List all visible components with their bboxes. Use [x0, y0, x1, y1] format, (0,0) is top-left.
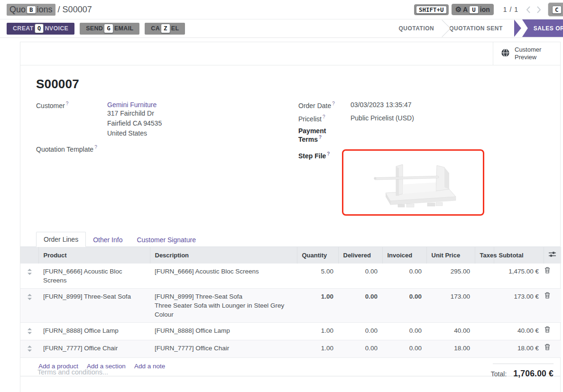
cell-invoiced[interactable]: 0.00: [382, 264, 426, 289]
delete-line-button[interactable]: [544, 323, 561, 340]
payment-terms-help-icon: ?: [319, 135, 322, 140]
order-line-row: [FURN_7777] Office Chair [FURN_7777] Off…: [20, 340, 561, 358]
cancel-button[interactable]: CAZEL: [145, 23, 185, 35]
column-header-quantity: Quantity: [297, 247, 338, 264]
cell-product[interactable]: [FURN_7777] Office Chair: [38, 340, 150, 358]
add-a-note-link[interactable]: Add a note: [134, 363, 165, 370]
cell-taxes[interactable]: [475, 264, 494, 289]
column-header-taxes: Taxes: [475, 247, 494, 264]
cell-product[interactable]: [FURN_8999] Three-Seat Sofa: [38, 289, 150, 323]
hint-pill-shift-u: SHIFT+U: [416, 6, 447, 14]
hidden-control-shift-u[interactable]: SHIFT+U: [414, 4, 449, 15]
cell-description[interactable]: [FURN_8999] Three-Seat Sofa Three Seater…: [150, 289, 297, 323]
breadcrumb-separator: /: [55, 5, 63, 15]
drag-handle[interactable]: [20, 289, 38, 323]
hint-pill-c: C: [552, 6, 562, 14]
column-header-delivered: Delivered: [338, 247, 382, 264]
hint-pill-b: B: [27, 6, 36, 14]
cell-quantity[interactable]: 1.00: [297, 289, 338, 323]
cell-delivered[interactable]: 0.00: [338, 264, 382, 289]
action-menu-pre: A: [463, 6, 468, 13]
cell-unit-price[interactable]: 295.00: [426, 264, 475, 289]
cell-description[interactable]: [FURN_7777] Office Chair: [150, 340, 297, 358]
order-line-row: [FURN_6666] Acoustic Bloc Screens [FURN_…: [20, 264, 561, 289]
cell-invoiced[interactable]: 0.00: [382, 323, 426, 340]
customer-address: 317 Fairchild Dr Fairfield CA 94535 Unit…: [107, 109, 162, 138]
customer-label-text: Customer: [36, 102, 65, 109]
cell-description[interactable]: [FURN_8888] Office Lamp: [150, 323, 297, 340]
tab-order-lines[interactable]: Order Lines: [36, 232, 86, 247]
tab-other-info[interactable]: Other Info: [86, 233, 129, 247]
cell-taxes[interactable]: [475, 289, 494, 323]
order-lines-table: Product Description Quantity Delivered I…: [20, 247, 561, 357]
cell-unit-price[interactable]: 173.00: [426, 289, 475, 323]
payment-terms-label-text: Payment Terms: [298, 127, 326, 143]
pager-previous-icon[interactable]: [526, 6, 530, 13]
send-email-pre: SEND: [86, 25, 103, 32]
cell-delivered[interactable]: 0.00: [338, 340, 382, 358]
address-line-3: United States: [107, 128, 162, 138]
cell-delivered[interactable]: 0.00: [338, 323, 382, 340]
delete-line-button[interactable]: [544, 340, 561, 358]
cell-quantity[interactable]: 5.00: [297, 264, 338, 289]
cell-unit-price[interactable]: 40.00: [426, 323, 475, 340]
breadcrumb-quotations-link[interactable]: QuoBions: [7, 4, 55, 16]
breadcrumb-record: S00007: [63, 5, 92, 15]
delete-line-button[interactable]: [544, 289, 561, 323]
customer-preview-button[interactable]: Customer Preview: [493, 42, 560, 65]
customer-link[interactable]: Gemini Furniture: [107, 101, 162, 109]
order-date-label-text: Order Date: [298, 102, 331, 109]
cell-quantity[interactable]: 1.00: [297, 340, 338, 358]
total-block: Total: 1,706.00 €: [473, 364, 554, 379]
control-panel-top: QuoBions / S00007 SHIFT+U ⚙AUion 1 / 1 C: [0, 0, 563, 19]
pager-value: 1 / 1: [503, 6, 518, 13]
drag-handle[interactable]: [20, 340, 38, 358]
step-file-3d-preview[interactable]: [342, 149, 484, 216]
create-invoice-button[interactable]: CREATQNVOICE: [7, 23, 74, 35]
hint-pill-z: Z: [161, 24, 170, 33]
address-line-1: 317 Fairchild Dr: [107, 109, 162, 119]
order-date-value[interactable]: 03/03/2023 13:35:47: [351, 101, 411, 109]
cell-invoiced[interactable]: 0.00: [382, 340, 426, 358]
order-line-row: [FURN_8999] Three-Seat Sofa [FURN_8999] …: [20, 289, 561, 323]
send-email-button[interactable]: SENDGEMAIL: [80, 23, 139, 35]
status-step-sales-order[interactable]: SALES ORDER: [522, 19, 563, 37]
cell-invoiced[interactable]: 0.00: [382, 289, 426, 323]
breadcrumb: QuoBions / S00007: [7, 4, 92, 16]
tabs-row: Order Lines Other Info Customer Signatur…: [20, 232, 560, 247]
record-title: S00007: [36, 77, 560, 91]
button-box: Customer Preview: [20, 42, 560, 65]
cell-quantity[interactable]: 1.00: [297, 323, 338, 340]
hint-pill-g: G: [104, 24, 113, 33]
drag-handle[interactable]: [20, 264, 38, 289]
field-order-date: Order Date? 03/03/2023 13:35:47: [298, 101, 545, 109]
cell-taxes[interactable]: [475, 340, 494, 358]
drag-handle[interactable]: [20, 323, 38, 340]
pricelist-value[interactable]: Public Pricelist (USD): [351, 114, 414, 123]
statusbar: QUOTATION QUOTATION SENT SALES ORDER: [391, 19, 563, 37]
status-step-quotation-sent[interactable]: QUOTATION SENT: [442, 19, 510, 37]
cell-taxes[interactable]: [475, 323, 494, 340]
hint-pill-u: U: [469, 6, 479, 14]
cell-product[interactable]: [FURN_8888] Office Lamp: [38, 323, 150, 340]
optional-columns-button[interactable]: [544, 247, 561, 264]
edge-clipped-button[interactable]: C: [548, 2, 563, 17]
terms-and-conditions-field[interactable]: Terms and conditions...: [37, 368, 108, 376]
cell-description[interactable]: [FURN_6666] Acoustic Bloc Screens: [150, 264, 297, 289]
step-file-help-icon: ?: [327, 151, 330, 156]
hint-pill-q: Q: [35, 24, 44, 33]
pricelist-label: Pricelist?: [298, 114, 351, 123]
pager-next-icon[interactable]: [537, 6, 541, 13]
breadcrumb-section-post: ions: [37, 5, 53, 15]
delete-line-button[interactable]: [544, 264, 561, 289]
cell-product[interactable]: [FURN_6666] Acoustic Bloc Screens: [38, 264, 150, 289]
tab-customer-signature[interactable]: Customer Signature: [129, 233, 203, 247]
action-menu-button[interactable]: ⚙AUion: [452, 4, 494, 15]
cell-delivered[interactable]: 0.00: [338, 289, 382, 323]
form-sheet: Customer Preview S00007 Customer? Gemini…: [20, 42, 561, 392]
cell-subtotal: 18.00 €: [494, 340, 544, 358]
column-header-product: Product: [38, 247, 150, 264]
cell-unit-price[interactable]: 18.00: [426, 340, 475, 358]
cancel-pre: CA: [151, 25, 160, 32]
handle-column-header: [20, 247, 38, 264]
